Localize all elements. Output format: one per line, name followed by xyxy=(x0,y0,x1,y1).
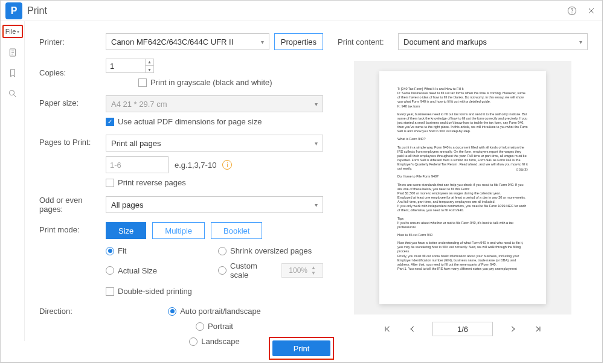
page-indicator[interactable]: 1/6 xyxy=(432,322,493,336)
odd-even-select[interactable]: All pages▾ xyxy=(106,196,323,213)
printer-label: Printer: xyxy=(39,37,106,46)
page-range-input[interactable]: 1-6 xyxy=(106,156,169,173)
file-menu-button[interactable]: File▾ xyxy=(2,25,23,38)
search-icon[interactable] xyxy=(7,88,19,100)
custom-scale-radio[interactable] xyxy=(218,266,226,275)
auto-orientation-radio[interactable] xyxy=(168,307,176,316)
use-actual-dimensions-checkbox[interactable]: ✓ xyxy=(106,118,114,126)
svg-point-1 xyxy=(572,13,573,13)
grayscale-label: Print in grayscale (black and white) xyxy=(150,78,272,87)
document-icon[interactable] xyxy=(7,46,19,59)
portrait-radio[interactable] xyxy=(196,322,204,331)
odd-even-label: Odd or even pages: xyxy=(39,196,106,214)
pages-to-print-select[interactable]: Print all pages▾ xyxy=(106,135,323,152)
paper-size-select[interactable]: A4 21 * 29.7 cm▾ xyxy=(106,95,323,112)
reverse-pages-checkbox[interactable] xyxy=(106,179,114,187)
direction-label: Direction: xyxy=(39,307,106,316)
page-range-example: e.g.1,3,7-10 xyxy=(175,161,216,170)
paper-size-label: Paper size: xyxy=(39,95,106,107)
printer-select[interactable]: Canon MF642C/643C/644C UFR II▾ xyxy=(106,33,269,50)
print-content-select[interactable]: Document and markups▾ xyxy=(398,33,588,50)
print-preview: T: [940 Tax Form] What It Is and How to … xyxy=(354,61,571,315)
print-content-label: Print content: xyxy=(338,37,398,46)
mode-booklet-button[interactable]: Booklet xyxy=(211,222,262,239)
next-page-button[interactable] xyxy=(507,324,518,334)
svg-point-3 xyxy=(9,91,14,95)
shrink-radio[interactable] xyxy=(218,247,226,255)
actual-size-radio[interactable] xyxy=(106,266,114,275)
prev-page-button[interactable] xyxy=(407,324,418,334)
preview-page: T: [940 Tax Form] What It Is and How to … xyxy=(379,71,546,304)
close-icon[interactable] xyxy=(585,5,597,17)
window-title: Print xyxy=(27,5,566,16)
properties-button[interactable]: Properties xyxy=(274,33,323,50)
copies-label: Copies: xyxy=(39,68,106,77)
double-sided-label: Double-sided printing xyxy=(118,287,192,296)
reverse-pages-label: Print reverse pages xyxy=(118,178,186,187)
mode-multiple-button[interactable]: Multiple xyxy=(152,222,205,239)
print-button[interactable]: Print xyxy=(272,340,330,356)
grayscale-checkbox[interactable] xyxy=(138,78,147,87)
use-actual-dimensions-label: Use actual PDF dimensions for page size xyxy=(118,117,262,126)
mode-size-button[interactable]: Size xyxy=(106,222,146,239)
last-page-button[interactable] xyxy=(533,324,544,334)
info-icon[interactable]: i xyxy=(222,160,232,170)
help-icon[interactable] xyxy=(566,5,578,17)
copies-stepper[interactable]: 1 ▲▼ xyxy=(106,59,154,73)
double-sided-checkbox[interactable] xyxy=(106,287,114,296)
print-mode-label: Print mode: xyxy=(39,222,106,234)
pages-to-print-label: Pages to Print: xyxy=(39,135,106,147)
custom-scale-input[interactable]: 100% ▲▼ xyxy=(281,263,323,278)
fit-radio[interactable] xyxy=(106,247,114,255)
app-logo-icon: P xyxy=(5,2,22,19)
bookmark-icon[interactable] xyxy=(7,67,19,79)
first-page-button[interactable] xyxy=(382,324,393,334)
